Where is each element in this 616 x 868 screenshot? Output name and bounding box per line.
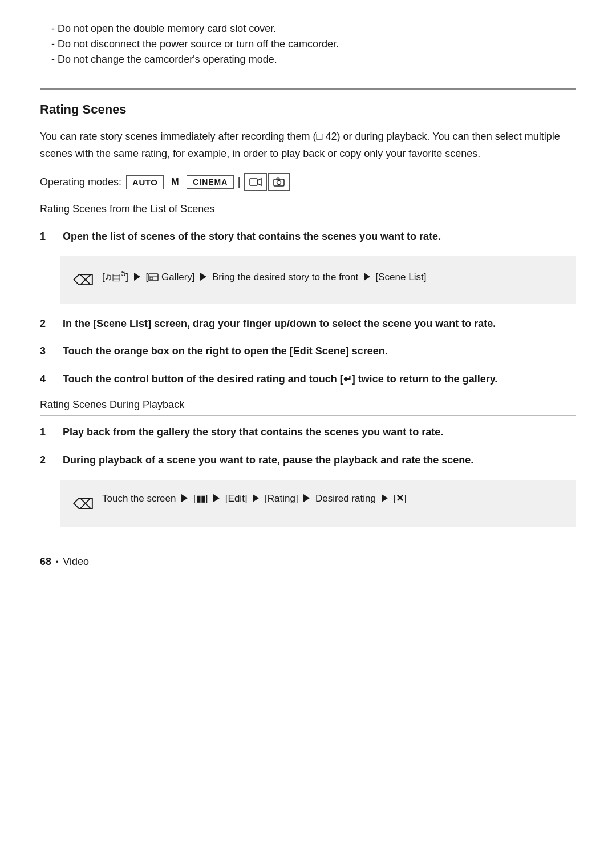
hand-pointer-icon: ⌫: [73, 268, 94, 294]
step-4-text: Touch the control button of the desired …: [63, 371, 576, 387]
warning-item-3: Do not change the camcorder's operating …: [46, 54, 576, 66]
hand-pointer-icon-2: ⌫: [73, 491, 94, 518]
operating-modes-label: Operating modes:: [40, 176, 121, 188]
subsection1-steps: 1 Open the list of scenes of the story t…: [40, 228, 576, 387]
section-title: Rating Scenes: [40, 102, 576, 117]
svg-rect-7: [150, 277, 153, 280]
mode-m: M: [165, 175, 185, 189]
mode-icon-video: [244, 173, 267, 191]
video-camera-icon: [249, 177, 262, 187]
arrow-icon-4: [181, 494, 188, 502]
section-intro: You can rate story scenes immediately af…: [40, 128, 576, 162]
menu-icon-symbol: ♫▤: [105, 272, 121, 282]
svg-point-3: [277, 181, 281, 185]
arrow-icon-8: [382, 494, 388, 502]
step-2-text: In the [Scene List] screen, drag your fi…: [63, 316, 576, 332]
subsec2-step-1: 1 Play back from the gallery the story t…: [40, 424, 576, 441]
mode-cinema: CINEMA: [187, 175, 234, 189]
instruction-box-2: ⌫ Touch the screen [▮▮] [Edit] [Rating] …: [60, 480, 576, 528]
footer-section: Video: [63, 556, 89, 568]
subsection1-title: Rating Scenes from the List of Scenes: [40, 203, 576, 220]
step-4-num: 4: [40, 371, 54, 387]
page-footer: 68 • Video: [40, 556, 576, 568]
subsec2-step-2-text: During playback of a scene you want to r…: [63, 452, 576, 469]
instruction-text-2: Touch the screen [▮▮] [Edit] [Rating] De…: [102, 490, 564, 507]
step-1-text: Open the list of scenes of the story tha…: [63, 228, 576, 245]
subsec2-step-1-text: Play back from the gallery the story tha…: [63, 424, 576, 441]
arrow-icon-1: [134, 273, 140, 281]
step-1-num: 1: [40, 228, 54, 245]
step-4: 4 Touch the control button of the desire…: [40, 371, 576, 387]
subsection2-steps: 1 Play back from the gallery the story t…: [40, 424, 576, 527]
mode-divider: |: [237, 176, 240, 189]
step-2-num: 2: [40, 316, 54, 332]
arrow-icon-3: [364, 273, 370, 281]
subsec2-step-1-num: 1: [40, 424, 54, 441]
warning-list: Do not open the double memory card slot …: [40, 23, 576, 66]
mode-auto: AUTO: [126, 175, 164, 189]
gallery-icon: [148, 273, 159, 281]
step-3-num: 3: [40, 343, 54, 360]
subsec2-step-2: 2 During playback of a scene you want to…: [40, 452, 576, 469]
arrow-icon-6: [253, 494, 259, 502]
step-3-text: Touch the orange box on the right to ope…: [63, 343, 576, 360]
svg-marker-1: [258, 179, 261, 185]
step-2: 2 In the [Scene List] screen, drag your …: [40, 316, 576, 332]
page-number: 68: [40, 556, 51, 568]
operating-modes-row: Operating modes: AUTO M CINEMA |: [40, 173, 576, 191]
instruction-text-1: [♫▤5] [ Gallery] Bring the desired story…: [102, 267, 564, 285]
photo-camera-icon: [273, 177, 285, 187]
footer-diamond: •: [56, 558, 58, 566]
subsection2-title: Rating Scenes During Playback: [40, 399, 576, 416]
step-1: 1 Open the list of scenes of the story t…: [40, 228, 576, 245]
arrow-icon-2: [200, 273, 206, 281]
svg-rect-0: [250, 179, 257, 185]
subsec2-step-2-num: 2: [40, 452, 54, 469]
mode-icon-photo: [268, 173, 290, 191]
warning-item-1: Do not open the double memory card slot …: [46, 23, 576, 35]
close-icon: ✕: [396, 493, 404, 504]
step-3: 3 Touch the orange box on the right to o…: [40, 343, 576, 360]
arrow-icon-7: [303, 494, 310, 502]
pause-icon: ▮▮: [196, 494, 205, 503]
arrow-icon-5: [213, 494, 220, 502]
warning-item-2: Do not disconnect the power source or tu…: [46, 38, 576, 50]
instruction-box-1: ⌫ [♫▤5] [ Gallery] Bring the desired sto…: [60, 256, 576, 304]
rating-scenes-section: Rating Scenes You can rate story scenes …: [40, 88, 576, 527]
